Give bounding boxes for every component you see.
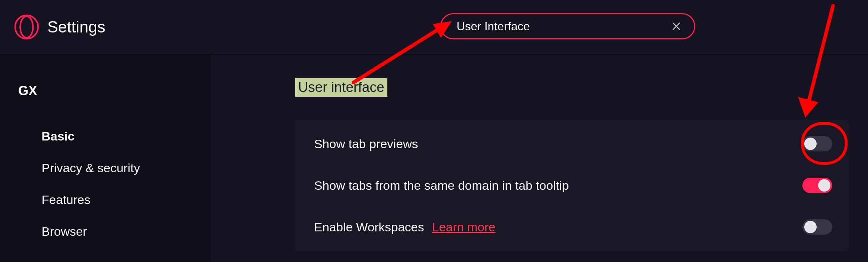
sidebar-item-browser[interactable]: Browser	[18, 216, 210, 247]
sidebar-item-basic[interactable]: Basic	[18, 120, 210, 152]
main-content: User interface Show tab previews Show ta…	[211, 55, 868, 262]
toggle-same-domain-tooltip[interactable]	[802, 178, 832, 193]
setting-row-workspaces: Enable Workspaces Learn more	[295, 206, 849, 248]
toggle-knob	[818, 179, 830, 192]
setting-label: Show tabs from the same domain in tab to…	[314, 178, 569, 193]
toggle-tab-previews[interactable]	[802, 136, 832, 151]
setting-label: Enable Workspaces Learn more	[314, 220, 496, 234]
learn-more-link[interactable]: Learn more	[432, 220, 496, 234]
section-heading: User interface	[295, 78, 387, 97]
sidebar-item-features[interactable]: Features	[18, 184, 210, 216]
setting-label-text: Show tab previews	[314, 137, 418, 151]
setting-label: Show tab previews	[314, 137, 418, 151]
setting-row-same-domain-tooltip: Show tabs from the same domain in tab to…	[295, 165, 849, 206]
setting-row-tab-previews: Show tab previews	[295, 123, 849, 165]
toggle-knob	[804, 138, 817, 150]
settings-card: Show tab previews Show tabs from the sam…	[295, 119, 849, 251]
header: Settings	[0, 0, 868, 55]
svg-point-0	[15, 15, 38, 39]
toggle-knob	[804, 221, 817, 233]
sidebar: GX Basic Privacy & security Features Bro…	[0, 55, 211, 262]
toggle-workspaces[interactable]	[802, 219, 832, 235]
svg-point-1	[20, 16, 33, 38]
clear-search-icon[interactable]	[671, 21, 682, 32]
setting-label-text: Enable Workspaces	[314, 220, 424, 234]
sidebar-item-privacy[interactable]: Privacy & security	[18, 152, 210, 184]
opera-logo-icon	[14, 14, 39, 40]
settings-search-box[interactable]	[440, 13, 695, 39]
page-title: Settings	[47, 18, 105, 36]
sidebar-category: GX	[18, 83, 210, 99]
setting-label-text: Show tabs from the same domain in tab to…	[314, 178, 569, 193]
settings-search-input[interactable]	[457, 20, 671, 33]
